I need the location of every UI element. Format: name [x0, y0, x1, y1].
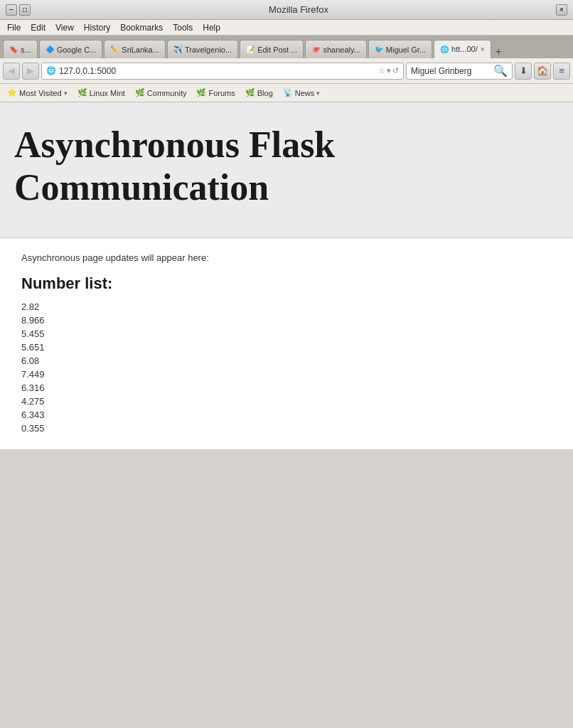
- community-icon: 🌿: [135, 88, 145, 97]
- list-item: 6.316: [21, 381, 552, 395]
- bookmark-forums[interactable]: 🌿 Forums: [192, 87, 239, 99]
- tab-8[interactable]: 🌐 htt...00/ ×: [434, 40, 491, 58]
- menu-bookmarks[interactable]: Bookmarks: [116, 22, 167, 33]
- search-icon[interactable]: 🔍: [493, 64, 508, 77]
- new-tab-button[interactable]: +: [493, 46, 505, 58]
- minimize-button[interactable]: −: [6, 4, 17, 16]
- tab-2-label: Google C...: [57, 46, 97, 54]
- forums-icon: 🌿: [196, 88, 206, 97]
- tab-6[interactable]: 🐙 shanealy...: [305, 40, 366, 58]
- tab-2-icon: 🔷: [45, 46, 54, 53]
- news-icon: 📡: [283, 88, 293, 97]
- linux-mint-icon: 🌿: [77, 88, 87, 97]
- tab-4-icon: ✈️: [173, 46, 182, 53]
- hero-section: Asynchronous Flask Communication: [0, 102, 573, 238]
- maximize-button[interactable]: □: [19, 4, 31, 16]
- bookmark-community[interactable]: 🌿 Community: [131, 87, 191, 99]
- refresh-icon[interactable]: ↺: [392, 66, 399, 75]
- list-item: 0.355: [21, 422, 552, 435]
- tab-8-icon: 🌐: [440, 46, 449, 53]
- tab-1[interactable]: 🔖 s...: [3, 40, 38, 58]
- forward-button[interactable]: ▶: [22, 63, 39, 80]
- bookmark-news[interactable]: 📡 News ▾: [279, 87, 325, 99]
- tab-6-icon: 🐙: [311, 46, 320, 53]
- bookmark-most-visited[interactable]: ⭐ Most Visited ▾: [3, 87, 72, 99]
- nav-bar: ◀ ▶ 🌐 127.0.0.1:5000 ☆ ▾ ↺ Miguel Grinbe…: [0, 58, 573, 84]
- list-item: 2.82: [21, 300, 552, 314]
- address-bar[interactable]: 🌐 127.0.0.1:5000 ☆ ▾ ↺: [41, 63, 404, 80]
- close-button[interactable]: ×: [556, 4, 567, 16]
- content-area: Asynchronous Flask Communication Asynchr…: [0, 102, 573, 449]
- tab-5-icon: 📝: [246, 46, 255, 53]
- title-line-2: Communication: [14, 167, 269, 208]
- bookmarks-bar: ⭐ Most Visited ▾ 🌿 Linux Mint 🌿 Communit…: [0, 84, 573, 102]
- search-text: Miguel Grinberg: [411, 66, 491, 76]
- blog-icon: 🌿: [245, 88, 255, 97]
- tab-3-label: SriLanka...: [122, 46, 159, 54]
- main-content: Asynchronous page updates will appear he…: [0, 238, 573, 449]
- menu-edit[interactable]: Edit: [26, 22, 50, 33]
- tab-5-label: Edit Post ...: [257, 46, 297, 54]
- menu-button[interactable]: ≡: [553, 63, 570, 80]
- list-item: 4.275: [21, 395, 552, 408]
- bookmark-news-label: News: [295, 89, 315, 97]
- list-item: 8.966: [21, 314, 552, 327]
- bookmark-blog-label: Blog: [257, 89, 273, 97]
- list-item: 6.08: [21, 354, 552, 368]
- tab-6-label: shanealy...: [323, 46, 360, 54]
- bookmark-blog[interactable]: 🌿 Blog: [241, 87, 277, 99]
- bookmark-most-visited-label: Most Visited: [19, 89, 62, 97]
- tab-7-label: Miguel Gr...: [386, 46, 426, 54]
- window-title: Mozilla Firefox: [41, 4, 556, 15]
- tab-3[interactable]: ✏️ SriLanka...: [104, 40, 166, 58]
- menu-history[interactable]: History: [80, 22, 114, 33]
- most-visited-icon: ⭐: [7, 88, 17, 97]
- number-list-title: Number list:: [21, 274, 552, 293]
- download-button[interactable]: ⬇: [515, 63, 532, 80]
- title-bar: − □ Mozilla Firefox ×: [0, 0, 573, 20]
- bookmark-linux-mint-label: Linux Mint: [90, 89, 125, 97]
- number-list: 2.828.9665.4555.6516.087.4496.3164.2756.…: [21, 300, 552, 435]
- tab-7-icon: 🐦: [375, 46, 383, 53]
- search-bar[interactable]: Miguel Grinberg 🔍: [406, 63, 513, 80]
- tab-1-icon: 🔖: [9, 46, 18, 53]
- tab-5[interactable]: 📝 Edit Post ...: [240, 40, 304, 58]
- tab-1-label: s...: [21, 46, 31, 54]
- bookmark-star-icon[interactable]: ☆: [378, 66, 385, 75]
- tab-3-icon: ✏️: [110, 46, 119, 53]
- tab-bar: 🔖 s... 🔷 Google C... ✏️ SriLanka... ✈️ T…: [0, 36, 573, 58]
- list-item: 6.343: [21, 408, 552, 422]
- list-item: 7.449: [21, 368, 552, 381]
- address-globe-icon: 🌐: [46, 66, 56, 75]
- menu-help[interactable]: Help: [198, 22, 225, 33]
- most-visited-dropdown-icon[interactable]: ▾: [64, 90, 68, 97]
- page-title: Asynchronous Flask Communication: [14, 124, 559, 209]
- home-button[interactable]: 🏠: [534, 63, 551, 80]
- tab-8-close[interactable]: ×: [481, 46, 485, 53]
- tab-7[interactable]: 🐦 Miguel Gr...: [368, 40, 432, 58]
- menu-view[interactable]: View: [51, 22, 78, 33]
- list-item: 5.651: [21, 341, 552, 354]
- bookmark-forums-label: Forums: [208, 89, 235, 97]
- tab-2[interactable]: 🔷 Google C...: [39, 40, 103, 58]
- list-item: 5.455: [21, 327, 552, 341]
- async-info-text: Asynchronous page updates will appear he…: [21, 252, 552, 263]
- bookmark-linux-mint[interactable]: 🌿 Linux Mint: [73, 87, 129, 99]
- back-button[interactable]: ◀: [3, 63, 20, 80]
- menu-bar: File Edit View History Bookmarks Tools H…: [0, 20, 573, 36]
- tab-4-label: Travelgenio...: [185, 46, 232, 54]
- menu-file[interactable]: File: [3, 22, 25, 33]
- tab-8-label: htt...00/: [451, 45, 478, 53]
- news-dropdown-icon[interactable]: ▾: [316, 90, 320, 97]
- title-line-1: Asynchronous Flask: [14, 124, 335, 165]
- menu-tools[interactable]: Tools: [168, 22, 197, 33]
- tab-4[interactable]: ✈️ Travelgenio...: [167, 40, 238, 58]
- bookmark-community-label: Community: [147, 89, 187, 97]
- address-text: 127.0.0.1:5000: [59, 66, 375, 76]
- address-dropdown-icon[interactable]: ▾: [387, 66, 391, 75]
